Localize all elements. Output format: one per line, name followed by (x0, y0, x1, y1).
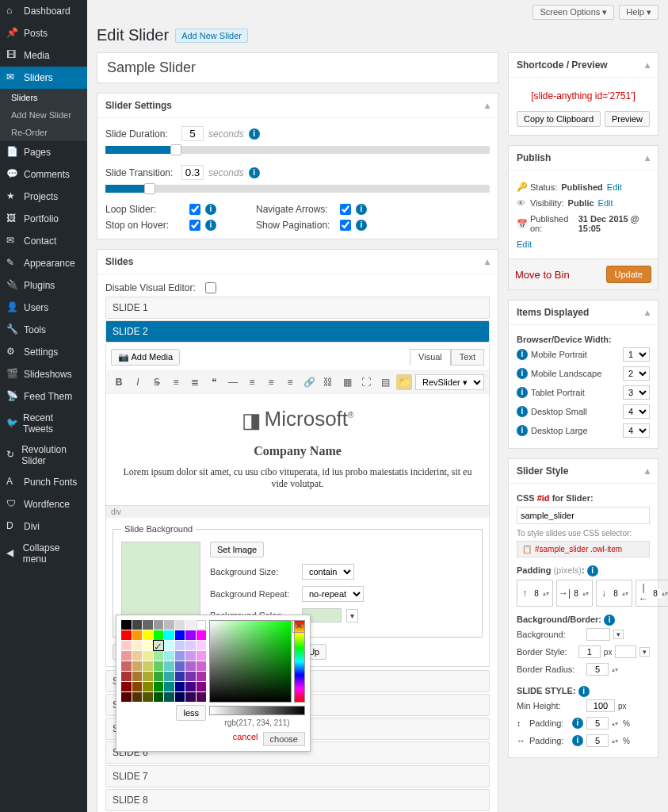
info-icon[interactable]: i (517, 387, 528, 398)
dropdown-icon[interactable]: ▾ (613, 630, 624, 639)
padding-left-input[interactable]: |←▴▾ (636, 580, 668, 607)
sidebar-item-divi[interactable]: DDivi (0, 515, 87, 538)
update-button[interactable]: Update (606, 266, 651, 283)
slide-tab-2[interactable]: SLIDE 2 (105, 320, 490, 343)
device-select[interactable]: 4 (623, 423, 650, 438)
collapse-icon[interactable]: ▴ (485, 256, 490, 267)
sidebar-item-comments[interactable]: 💬Comments (0, 163, 87, 186)
dropdown-icon[interactable]: ▾ (639, 647, 650, 657)
add-media-button[interactable]: 📷 Add Media (111, 349, 180, 366)
sidebar-item-wordfence[interactable]: 🛡Wordfence (0, 493, 87, 515)
preview-button[interactable]: Preview (605, 111, 650, 127)
sidebar-item-pages[interactable]: 📄Pages (0, 141, 87, 163)
device-select[interactable]: 3 (623, 385, 650, 400)
color-dropdown-icon[interactable]: ▾ (346, 609, 358, 622)
unlink-icon[interactable]: ⛓ (320, 374, 336, 390)
border-width-input[interactable] (578, 645, 601, 658)
padding-right-input[interactable]: →|▴▾ (556, 580, 593, 607)
disable-editor-checkbox[interactable] (205, 282, 216, 293)
gradient-picker[interactable] (209, 620, 292, 703)
sidebar-item-contact[interactable]: ✉Contact (0, 230, 87, 252)
folder-icon[interactable]: 📁 (396, 374, 412, 390)
color-palette[interactable]: ✓ (121, 620, 206, 702)
sidebar-item-settings[interactable]: ⚙Settings (0, 341, 87, 363)
collapse-icon[interactable]: ▴ (485, 100, 490, 111)
sidebar-sub-add[interactable]: Add New Slider (0, 106, 87, 124)
sidebar-item-users[interactable]: 👤Users (0, 297, 87, 319)
info-icon[interactable]: i (356, 204, 367, 215)
sidebar-item-revslider[interactable]: ↻Revolution Slider (0, 439, 87, 471)
sidebar-item-appearance[interactable]: ✎Appearance (0, 252, 87, 274)
italic-icon[interactable]: I (130, 374, 146, 390)
sidebar-item-punchfonts[interactable]: APunch Fonts (0, 471, 87, 493)
info-icon[interactable]: i (572, 735, 583, 746)
radius-input[interactable] (586, 663, 609, 676)
info-icon[interactable]: i (517, 406, 528, 417)
strike-icon[interactable]: S̶ (149, 374, 165, 390)
collapse-icon[interactable]: ▴ (645, 152, 650, 163)
device-select[interactable]: 1 (623, 347, 650, 362)
bg-size-select[interactable]: contain (302, 564, 354, 580)
info-icon[interactable]: i (604, 615, 615, 626)
revslider-select[interactable]: RevSlider ▾ (415, 374, 484, 390)
sidebar-item-collapse[interactable]: ◀Collapse menu (0, 538, 87, 569)
edit-visibility-link[interactable]: Edit (598, 198, 613, 208)
link-icon[interactable]: 🔗 (301, 374, 317, 390)
sidebar-item-posts[interactable]: 📌Posts (0, 22, 87, 44)
align-center-icon[interactable]: ≡ (263, 374, 279, 390)
info-icon[interactable]: i (572, 718, 583, 729)
info-icon[interactable]: i (356, 220, 367, 231)
duration-input[interactable] (181, 126, 204, 141)
copy-button[interactable]: Copy to Clipboard (517, 111, 601, 127)
sidebar-sub-reorder[interactable]: Re-Order (0, 124, 87, 141)
picker-cancel-button[interactable]: cancel (233, 732, 258, 746)
pagination-checkbox[interactable] (340, 220, 351, 231)
slide-tab-7[interactable]: SLIDE 7 (105, 765, 490, 787)
sidebar-item-dashboard[interactable]: ⌂Dashboard (0, 0, 87, 22)
numlist-icon[interactable]: ≣ (187, 374, 203, 390)
collapse-icon[interactable]: ▴ (645, 59, 650, 71)
set-image-button[interactable]: Set Image (210, 542, 264, 557)
arrows-checkbox[interactable] (340, 204, 351, 215)
sidebar-item-sliders[interactable]: ✉Sliders (0, 67, 87, 89)
toolbar-toggle-icon[interactable]: ▤ (377, 374, 393, 390)
hr-icon[interactable]: — (225, 374, 241, 390)
sidebar-item-feedthem[interactable]: 📡Feed Them (0, 385, 87, 408)
close-icon[interactable]: ✕ (292, 620, 305, 633)
sidebar-item-slideshows[interactable]: 🎬Slideshows (0, 363, 87, 385)
duration-slider[interactable] (105, 146, 490, 154)
move-to-bin-link[interactable]: Move to Bin (515, 269, 570, 281)
editor-content[interactable]: ◨Microsoft® Company Name Lorem ipsum dol… (106, 394, 489, 505)
bold-icon[interactable]: B (111, 374, 127, 390)
css-id-input[interactable] (517, 507, 650, 524)
add-new-slider-button[interactable]: Add New Slider (175, 29, 248, 43)
align-right-icon[interactable]: ≡ (282, 374, 298, 390)
slider-name-input[interactable]: Sample Slider (97, 53, 498, 82)
collapse-icon[interactable]: ▴ (645, 307, 650, 318)
transition-slider[interactable] (105, 185, 490, 193)
sidebar-item-media[interactable]: 🎞Media (0, 44, 87, 67)
loop-checkbox[interactable] (189, 204, 200, 215)
sidebar-item-projects[interactable]: ★Projects (0, 186, 87, 208)
info-icon[interactable]: i (517, 368, 528, 379)
info-icon[interactable]: i (249, 128, 260, 140)
padding-top-input[interactable]: ↑▴▾ (517, 580, 553, 607)
fullscreen-icon[interactable]: ⛶ (358, 374, 374, 390)
slide-tab-1[interactable]: SLIDE 1 (105, 297, 490, 319)
sidebar-sub-sliders[interactable]: Sliders (0, 89, 87, 106)
border-swatch[interactable] (615, 645, 636, 658)
padv-input[interactable] (586, 717, 609, 730)
info-icon[interactable]: i (517, 425, 528, 436)
bg-repeat-select[interactable]: no-repeat (302, 586, 364, 602)
picker-choose-button[interactable]: choose (263, 732, 305, 746)
text-tab[interactable]: Text (451, 349, 484, 366)
padding-bottom-input[interactable]: ↓▴▾ (596, 580, 632, 607)
info-icon[interactable]: i (205, 204, 216, 215)
sidebar-item-tools[interactable]: 🔧Tools (0, 319, 87, 341)
collapse-icon[interactable]: ▴ (645, 465, 650, 477)
edit-status-link[interactable]: Edit (607, 182, 622, 192)
more-icon[interactable]: ▦ (339, 374, 355, 390)
visual-tab[interactable]: Visual (410, 349, 451, 366)
info-icon[interactable]: i (587, 565, 598, 576)
device-select[interactable]: 4 (623, 404, 650, 419)
